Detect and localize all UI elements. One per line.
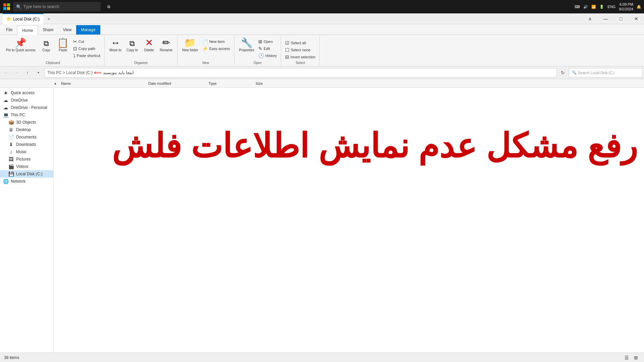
col-header-type[interactable]: Type bbox=[206, 81, 253, 85]
tab-view[interactable]: View bbox=[58, 25, 76, 35]
statusbar-right: ☰ ⊞ bbox=[623, 354, 640, 361]
search-box-placeholder: Search Local Disk (C:) bbox=[578, 71, 615, 75]
main-area: ★ Quick access ☁ OneDrive ☁ OneDrive - P… bbox=[0, 88, 644, 359]
collapse-ribbon-btn[interactable]: ∧ bbox=[582, 13, 598, 24]
svg-rect-2 bbox=[3, 7, 6, 10]
edit-btn[interactable]: Edit bbox=[257, 45, 278, 52]
search-box[interactable]: 🔍 Search Local Disk (C:) bbox=[569, 68, 643, 77]
new-folder-btn[interactable]: New folder bbox=[180, 37, 200, 53]
address-input[interactable]: This PC > Local Disk (C:) ⟸ اینجا باید ب… bbox=[44, 68, 557, 77]
recent-locations-btn[interactable]: ▾ bbox=[34, 68, 43, 77]
refresh-btn[interactable]: ↻ bbox=[558, 68, 568, 77]
ribbon-group-open: Properties Open Edit History bbox=[234, 36, 281, 65]
select-none-btn[interactable]: Select none bbox=[284, 47, 317, 53]
sidebar-item-desktop[interactable]: 🖥 Desktop bbox=[0, 126, 53, 133]
titlebar-tab-label: Local Disk (C:) bbox=[13, 17, 40, 21]
file-area[interactable] bbox=[54, 88, 644, 359]
videos-icon: 🎬 bbox=[8, 164, 14, 169]
rename-btn[interactable]: Rename bbox=[158, 37, 174, 53]
sidebar-item-onedrive[interactable]: ☁ OneDrive bbox=[0, 97, 53, 104]
large-icons-view-btn[interactable]: ⊞ bbox=[632, 354, 640, 361]
paste-btn-large[interactable]: Paste bbox=[55, 37, 71, 53]
ribbon-content: Pin to Quick access Copy Paste Cut bbox=[0, 35, 644, 66]
tab-home[interactable]: Home bbox=[17, 25, 38, 35]
sidebar-item-quick-access[interactable]: ★ Quick access bbox=[0, 89, 53, 97]
clipboard-label: Clipboard bbox=[46, 61, 60, 65]
notification-icon[interactable]: 🔔 bbox=[637, 5, 641, 9]
sidebar-item-music[interactable]: ♪ Music bbox=[0, 148, 53, 156]
tab-share[interactable]: Share bbox=[38, 25, 58, 35]
local-disk-icon: 💾 bbox=[8, 171, 14, 177]
volume-icon[interactable]: 🔊 bbox=[583, 5, 588, 9]
paste-shortcut-btn[interactable]: ⤵ Paste shortcut bbox=[72, 52, 102, 59]
col-header-name[interactable]: Name bbox=[58, 81, 146, 85]
new-item-btn[interactable]: New item bbox=[201, 38, 231, 45]
clock-time: 6:09 PM bbox=[619, 2, 633, 7]
sidebar-item-this-pc[interactable]: 💻 This PC bbox=[0, 111, 53, 119]
taskbar-left: 🔍 Type here to search ⧉ bbox=[3, 2, 114, 11]
wifi-icon[interactable]: 📶 bbox=[591, 5, 596, 9]
titlebar-left: 📁 Local Disk (C:) + bbox=[0, 13, 53, 24]
sidebar-item-pictures[interactable]: 🖼 Pictures bbox=[0, 156, 53, 163]
keyboard-icon: ⌨ bbox=[575, 5, 580, 9]
address-persian-text: اینجا باید بنویسید bbox=[103, 70, 134, 75]
taskbar: 🔍 Type here to search ⧉ ⌨ 🔊 📶 🔋 ENG 6:09… bbox=[0, 0, 644, 13]
titlebar-controls: ∧ — □ ✕ bbox=[582, 13, 644, 24]
tab-manage[interactable]: Manage bbox=[76, 25, 100, 35]
paste-shortcut-icon: ⤵ bbox=[73, 53, 75, 58]
invert-selection-btn[interactable]: Invert selection bbox=[284, 54, 317, 60]
delete-icon bbox=[145, 38, 153, 48]
task-view-btn[interactable]: ⧉ bbox=[103, 2, 114, 11]
easy-access-icon: ⚡ bbox=[202, 46, 208, 51]
history-btn[interactable]: History bbox=[257, 52, 278, 59]
new-tab-btn[interactable]: + bbox=[45, 15, 53, 23]
taskbar-search[interactable]: 🔍 Type here to search bbox=[13, 2, 101, 11]
sidebar-item-downloads[interactable]: ⬇ Downloads bbox=[0, 141, 53, 148]
windows-icon[interactable] bbox=[3, 3, 11, 11]
sidebar-item-3d-objects[interactable]: 📦 3D Objects bbox=[0, 119, 53, 126]
copy-btn-large[interactable]: Copy bbox=[38, 37, 54, 53]
sidebar-item-documents[interactable]: 📄 Documents bbox=[0, 133, 53, 141]
copy-icon-large bbox=[44, 38, 49, 48]
taskbar-right: ⌨ 🔊 📶 🔋 ENG 6:09 PM 9/2/2024 🔔 bbox=[575, 2, 641, 12]
delete-btn[interactable]: Delete bbox=[141, 37, 157, 53]
details-view-btn[interactable]: ☰ bbox=[623, 354, 631, 361]
back-btn[interactable]: ← bbox=[1, 68, 11, 77]
organize-label: Organize bbox=[134, 61, 148, 65]
move-to-btn[interactable]: Move to bbox=[107, 37, 123, 53]
titlebar-tab-active[interactable]: 📁 Local Disk (C:) bbox=[3, 13, 44, 24]
up-btn[interactable]: ↑ bbox=[23, 68, 32, 77]
item-count: 38 items bbox=[4, 355, 19, 360]
pictures-icon: 🖼 bbox=[8, 157, 14, 162]
col-header-size[interactable]: Size bbox=[253, 81, 286, 85]
music-icon: ♪ bbox=[8, 149, 14, 155]
sidebar-item-network[interactable]: 🌐 Network bbox=[0, 178, 53, 185]
sidebar-item-onedrive-personal[interactable]: ☁ OneDrive - Personal bbox=[0, 104, 53, 111]
svg-rect-3 bbox=[7, 7, 10, 10]
pin-icon bbox=[15, 38, 26, 48]
sidebar-item-local-disk-c[interactable]: 💾 Local Disk (C:) bbox=[0, 170, 53, 178]
sidebar-item-videos[interactable]: 🎬 Videos bbox=[0, 163, 53, 170]
cut-btn[interactable]: Cut bbox=[72, 38, 102, 45]
onedrive-personal-icon: ☁ bbox=[3, 105, 9, 110]
tab-file[interactable]: File bbox=[1, 25, 17, 35]
downloads-icon: ⬇ bbox=[8, 142, 14, 147]
language-indicator[interactable]: ENG bbox=[607, 5, 615, 9]
copy-to-btn[interactable]: Copy to bbox=[124, 37, 140, 53]
properties-btn[interactable]: Properties bbox=[237, 37, 257, 53]
forward-btn[interactable]: → bbox=[12, 68, 21, 77]
sidebar: ★ Quick access ☁ OneDrive ☁ OneDrive - P… bbox=[0, 88, 54, 359]
minimize-btn[interactable]: — bbox=[598, 13, 613, 24]
pin-to-quick-access-btn[interactable]: Pin to Quick access bbox=[4, 37, 38, 53]
col-header-date[interactable]: Date modified bbox=[146, 81, 206, 85]
easy-access-btn[interactable]: ⚡ Easy access bbox=[201, 45, 231, 52]
clipboard-items: Pin to Quick access Copy Paste Cut bbox=[4, 37, 102, 60]
column-headers: ▲ Name Date modified Type Size bbox=[0, 79, 644, 88]
folder-icon: 📁 bbox=[7, 17, 12, 21]
select-all-btn[interactable]: Select all bbox=[284, 40, 317, 46]
close-btn[interactable]: ✕ bbox=[629, 13, 644, 24]
copy-path-btn[interactable]: ⊡ Copy path bbox=[72, 45, 102, 52]
maximize-btn[interactable]: □ bbox=[613, 13, 629, 24]
titlebar: 📁 Local Disk (C:) + ∧ — □ ✕ bbox=[0, 13, 644, 24]
open-btn[interactable]: Open bbox=[257, 38, 278, 45]
